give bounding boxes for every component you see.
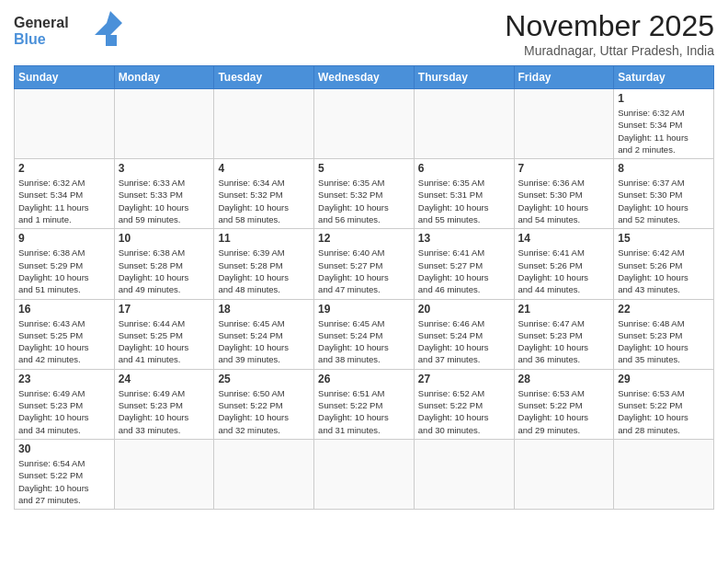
calendar-day-cell: 22Sunrise: 6:48 AM Sunset: 5:23 PM Dayli…	[614, 299, 714, 369]
calendar-day-cell: 18Sunrise: 6:45 AM Sunset: 5:24 PM Dayli…	[214, 299, 314, 369]
day-number: 4	[218, 162, 310, 175]
day-number: 9	[18, 232, 110, 245]
calendar-day-cell	[414, 89, 514, 159]
day-info: Sunrise: 6:34 AM Sunset: 5:32 PM Dayligh…	[218, 177, 310, 225]
day-info: Sunrise: 6:54 AM Sunset: 5:22 PM Dayligh…	[18, 457, 110, 506]
calendar-week-row: 1Sunrise: 6:32 AM Sunset: 5:34 PM Daylig…	[15, 89, 714, 159]
calendar-day-cell: 28Sunrise: 6:53 AM Sunset: 5:22 PM Dayli…	[514, 369, 614, 439]
calendar-day-cell: 6Sunrise: 6:35 AM Sunset: 5:31 PM Daylig…	[414, 159, 514, 229]
calendar-day-cell: 26Sunrise: 6:51 AM Sunset: 5:22 PM Dayli…	[314, 369, 415, 439]
day-number: 1	[618, 92, 710, 105]
day-number: 17	[119, 303, 210, 316]
day-info: Sunrise: 6:38 AM Sunset: 5:29 PM Dayligh…	[18, 247, 110, 295]
day-number: 29	[618, 373, 710, 385]
calendar-day-cell: 1Sunrise: 6:32 AM Sunset: 5:34 PM Daylig…	[614, 89, 714, 159]
day-info: Sunrise: 6:39 AM Sunset: 5:28 PM Dayligh…	[218, 247, 310, 295]
weekday-header-thursday: Thursday	[414, 66, 514, 89]
calendar-day-cell: 24Sunrise: 6:49 AM Sunset: 5:23 PM Dayli…	[114, 369, 214, 439]
calendar-day-cell: 12Sunrise: 6:40 AM Sunset: 5:27 PM Dayli…	[314, 229, 415, 299]
svg-text:Blue: Blue	[14, 31, 46, 47]
calendar-day-cell	[614, 439, 714, 509]
weekday-header-saturday: Saturday	[614, 66, 714, 89]
day-number: 14	[518, 232, 610, 245]
day-number: 28	[518, 373, 610, 385]
weekday-header-tuesday: Tuesday	[214, 66, 314, 89]
day-info: Sunrise: 6:41 AM Sunset: 5:27 PM Dayligh…	[418, 247, 510, 295]
calendar-day-cell: 9Sunrise: 6:38 AM Sunset: 5:29 PM Daylig…	[15, 229, 115, 299]
day-number: 6	[418, 162, 510, 175]
day-info: Sunrise: 6:53 AM Sunset: 5:22 PM Dayligh…	[618, 387, 710, 436]
svg-marker-2	[95, 11, 122, 46]
day-number: 12	[318, 232, 410, 245]
day-info: Sunrise: 6:51 AM Sunset: 5:22 PM Dayligh…	[318, 387, 410, 436]
day-number: 13	[418, 232, 510, 245]
weekday-header-monday: Monday	[114, 66, 214, 89]
day-number: 5	[318, 162, 410, 175]
calendar-day-cell	[314, 439, 415, 509]
day-info: Sunrise: 6:37 AM Sunset: 5:30 PM Dayligh…	[618, 177, 710, 225]
calendar-day-cell	[314, 89, 415, 159]
calendar-day-cell: 14Sunrise: 6:41 AM Sunset: 5:26 PM Dayli…	[514, 229, 614, 299]
calendar-week-row: 30Sunrise: 6:54 AM Sunset: 5:22 PM Dayli…	[15, 439, 714, 509]
calendar-day-cell: 17Sunrise: 6:44 AM Sunset: 5:25 PM Dayli…	[114, 299, 214, 369]
calendar-day-cell: 25Sunrise: 6:50 AM Sunset: 5:22 PM Dayli…	[214, 369, 314, 439]
logo-svg: General Blue	[14, 9, 124, 51]
day-info: Sunrise: 6:38 AM Sunset: 5:28 PM Dayligh…	[119, 247, 210, 295]
calendar-day-cell: 21Sunrise: 6:47 AM Sunset: 5:23 PM Dayli…	[514, 299, 614, 369]
calendar-week-row: 23Sunrise: 6:49 AM Sunset: 5:23 PM Dayli…	[15, 369, 714, 439]
day-info: Sunrise: 6:36 AM Sunset: 5:30 PM Dayligh…	[518, 177, 610, 225]
day-number: 30	[18, 442, 110, 455]
day-info: Sunrise: 6:50 AM Sunset: 5:22 PM Dayligh…	[218, 387, 310, 436]
logo: General Blue	[14, 9, 124, 51]
day-number: 3	[119, 162, 210, 175]
day-info: Sunrise: 6:32 AM Sunset: 5:34 PM Dayligh…	[18, 177, 110, 225]
calendar-day-cell	[214, 439, 314, 509]
weekday-header-wednesday: Wednesday	[314, 66, 415, 89]
day-info: Sunrise: 6:35 AM Sunset: 5:32 PM Dayligh…	[318, 177, 410, 225]
day-number: 11	[218, 232, 310, 245]
calendar-day-cell: 20Sunrise: 6:46 AM Sunset: 5:24 PM Dayli…	[414, 299, 514, 369]
calendar-day-cell	[414, 439, 514, 509]
calendar-day-cell: 19Sunrise: 6:45 AM Sunset: 5:24 PM Dayli…	[314, 299, 415, 369]
day-info: Sunrise: 6:33 AM Sunset: 5:33 PM Dayligh…	[119, 177, 210, 225]
calendar-week-row: 9Sunrise: 6:38 AM Sunset: 5:29 PM Daylig…	[15, 229, 714, 299]
calendar-day-cell: 5Sunrise: 6:35 AM Sunset: 5:32 PM Daylig…	[314, 159, 415, 229]
day-info: Sunrise: 6:46 AM Sunset: 5:24 PM Dayligh…	[418, 317, 510, 366]
calendar-day-cell: 16Sunrise: 6:43 AM Sunset: 5:25 PM Dayli…	[15, 299, 115, 369]
day-info: Sunrise: 6:42 AM Sunset: 5:26 PM Dayligh…	[618, 247, 710, 295]
calendar-day-cell: 7Sunrise: 6:36 AM Sunset: 5:30 PM Daylig…	[514, 159, 614, 229]
day-info: Sunrise: 6:35 AM Sunset: 5:31 PM Dayligh…	[418, 177, 510, 225]
location-subtitle: Muradnagar, Uttar Pradesh, India	[505, 43, 714, 58]
day-info: Sunrise: 6:45 AM Sunset: 5:24 PM Dayligh…	[218, 317, 310, 366]
day-number: 26	[318, 373, 410, 385]
calendar-day-cell	[214, 89, 314, 159]
calendar-day-cell: 27Sunrise: 6:52 AM Sunset: 5:22 PM Dayli…	[414, 369, 514, 439]
day-number: 7	[518, 162, 610, 175]
day-info: Sunrise: 6:48 AM Sunset: 5:23 PM Dayligh…	[618, 317, 710, 366]
day-info: Sunrise: 6:53 AM Sunset: 5:22 PM Dayligh…	[518, 387, 610, 436]
day-info: Sunrise: 6:44 AM Sunset: 5:25 PM Dayligh…	[119, 317, 210, 366]
day-number: 16	[18, 303, 110, 316]
day-info: Sunrise: 6:43 AM Sunset: 5:25 PM Dayligh…	[18, 317, 110, 366]
weekday-header-sunday: Sunday	[15, 66, 115, 89]
weekday-header-friday: Friday	[514, 66, 614, 89]
day-info: Sunrise: 6:52 AM Sunset: 5:22 PM Dayligh…	[418, 387, 510, 436]
calendar-day-cell: 13Sunrise: 6:41 AM Sunset: 5:27 PM Dayli…	[414, 229, 514, 299]
calendar-header-row: SundayMondayTuesdayWednesdayThursdayFrid…	[15, 66, 714, 89]
day-number: 2	[18, 162, 110, 175]
day-number: 27	[418, 373, 510, 385]
day-number: 15	[618, 232, 710, 245]
day-number: 23	[18, 373, 110, 385]
calendar-day-cell	[114, 439, 214, 509]
day-number: 22	[618, 303, 710, 316]
page-header: General Blue November 2025 Muradnagar, U…	[14, 9, 714, 58]
calendar-day-cell: 29Sunrise: 6:53 AM Sunset: 5:22 PM Dayli…	[614, 369, 714, 439]
day-number: 25	[218, 373, 310, 385]
month-title: November 2025	[505, 9, 714, 43]
day-info: Sunrise: 6:49 AM Sunset: 5:23 PM Dayligh…	[119, 387, 210, 436]
calendar-week-row: 16Sunrise: 6:43 AM Sunset: 5:25 PM Dayli…	[15, 299, 714, 369]
day-info: Sunrise: 6:49 AM Sunset: 5:23 PM Dayligh…	[18, 387, 110, 436]
day-info: Sunrise: 6:32 AM Sunset: 5:34 PM Dayligh…	[618, 107, 710, 155]
day-number: 18	[218, 303, 310, 316]
calendar-day-cell: 10Sunrise: 6:38 AM Sunset: 5:28 PM Dayli…	[114, 229, 214, 299]
